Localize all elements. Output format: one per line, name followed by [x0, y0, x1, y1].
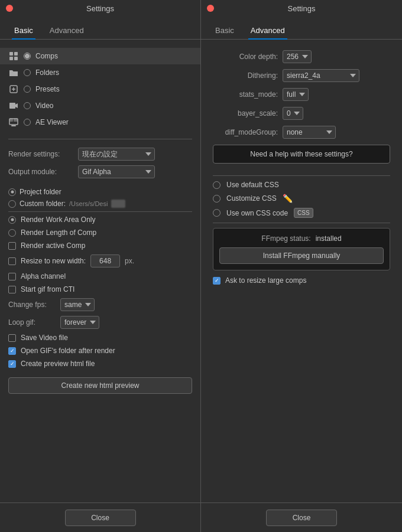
- active-comp-checkbox[interactable]: [8, 242, 16, 250]
- save-video-checkbox[interactable]: [8, 334, 16, 342]
- nav-presets-label: Presets: [35, 85, 60, 93]
- left-title-bar: Settings: [0, 0, 201, 17]
- left-tabs: Basic Advanced: [0, 17, 200, 40]
- color-depth-select[interactable]: 256: [283, 50, 312, 63]
- nav-item-presets[interactable]: Presets: [0, 81, 200, 97]
- dithering-row: Dithering: sierra2_4a: [213, 69, 390, 82]
- edit-css-icon[interactable]: ✏️: [283, 194, 293, 203]
- stats-mode-select[interactable]: full: [283, 88, 309, 101]
- right-title-bar: Settings: [201, 0, 402, 17]
- own-css-row: Use own CSS code CSS: [213, 208, 390, 218]
- alpha-channel-label: Alpha channel: [21, 272, 66, 280]
- svg-rect-7: [9, 118, 13, 122]
- traffic-light-right[interactable]: [207, 5, 214, 12]
- length-comp-radio[interactable]: [8, 229, 16, 237]
- project-folder-label: Project folder: [20, 188, 61, 196]
- ae-viewer-radio[interactable]: [24, 119, 31, 126]
- left-panel: Basic Advanced Comps: [0, 17, 201, 502]
- work-area-row: Render Work Area Only: [0, 216, 200, 224]
- loop-gif-label: Loop gif:: [8, 318, 56, 327]
- loop-gif-row: Loop gif: forever: [0, 316, 200, 329]
- diff-mode-select[interactable]: none: [283, 126, 336, 139]
- length-comp-row: Render Length of Comp: [0, 229, 200, 237]
- presets-icon: [8, 84, 19, 94]
- nav-ae-viewer-label: AE Viewer: [35, 118, 69, 126]
- ask-resize-row: Ask to resize large comps: [213, 276, 390, 285]
- customize-css-label: Customize CSS: [226, 194, 277, 203]
- change-fps-label: Change fps:: [8, 301, 56, 309]
- nav-item-ae-viewer[interactable]: AE Viewer: [0, 114, 200, 130]
- right-tabs: Basic Advanced: [201, 17, 402, 40]
- dithering-select[interactable]: sierra2_4a: [283, 69, 359, 82]
- custom-folder-radio[interactable]: [8, 200, 16, 208]
- dithering-label: Dithering:: [213, 71, 278, 80]
- ffmpeg-status-label: FFmpeg status:: [261, 234, 310, 243]
- right-scroll-area: Color depth: 256 Dithering: sierra2_4a s…: [201, 45, 402, 502]
- project-folder-radio[interactable]: [8, 188, 16, 196]
- resize-row: Resize to new width: px.: [0, 254, 200, 267]
- stats-mode-row: stats_mode: full: [213, 88, 390, 101]
- svg-rect-9: [11, 125, 16, 126]
- create-preview-button[interactable]: Create new html preview: [8, 377, 192, 394]
- own-css-label: Use own CSS code: [226, 209, 288, 217]
- folders-radio[interactable]: [24, 69, 31, 76]
- work-area-radio[interactable]: [8, 216, 16, 224]
- close-button-right[interactable]: Close: [266, 510, 337, 526]
- color-depth-label: Color depth:: [213, 53, 278, 61]
- tab-basic-right[interactable]: Basic: [213, 22, 236, 40]
- presets-radio[interactable]: [24, 86, 31, 93]
- folder-path-blur: [111, 200, 125, 208]
- resize-label: Resize to new width:: [21, 257, 86, 265]
- tab-advanced-left[interactable]: Advanced: [47, 22, 86, 40]
- start-gif-checkbox[interactable]: [8, 286, 16, 293]
- nav-item-video[interactable]: Video: [0, 97, 200, 114]
- alpha-channel-checkbox[interactable]: [8, 273, 16, 280]
- customize-css-radio[interactable]: [213, 195, 221, 203]
- open-gif-label: Open GIF's folder after render: [21, 347, 115, 355]
- close-button-left[interactable]: Close: [65, 510, 136, 526]
- bayer-scale-select[interactable]: 0: [283, 107, 303, 120]
- ask-resize-checkbox[interactable]: [213, 277, 221, 285]
- svg-rect-3: [14, 57, 18, 60]
- own-css-radio[interactable]: [213, 209, 221, 217]
- px-label: px.: [125, 257, 134, 265]
- output-module-select[interactable]: Gif Alpha: [78, 165, 155, 178]
- right-form: Color depth: 256 Dithering: sierra2_4a s…: [201, 45, 402, 294]
- resize-checkbox[interactable]: [8, 257, 16, 265]
- alpha-channel-row: Alpha channel: [0, 272, 200, 280]
- default-css-radio[interactable]: [213, 181, 221, 189]
- default-css-row: Use default CSS: [213, 181, 390, 189]
- save-video-label: Save Video file: [21, 334, 68, 342]
- video-icon: [8, 100, 19, 111]
- diff-mode-row: diff_modeGroup: none: [213, 126, 390, 139]
- diff-mode-label: diff_modeGroup:: [213, 128, 278, 136]
- right-panel: Basic Advanced Color depth: 256 Ditherin…: [201, 17, 402, 502]
- open-gif-checkbox[interactable]: [8, 347, 16, 355]
- tab-advanced-right[interactable]: Advanced: [248, 22, 287, 40]
- loop-gif-select[interactable]: forever: [60, 316, 99, 329]
- help-settings-button[interactable]: Need a help with these settings?: [213, 145, 390, 164]
- change-fps-select[interactable]: same: [60, 298, 95, 311]
- render-settings-select[interactable]: 現在の設定: [78, 148, 155, 161]
- folder-divider: [8, 211, 192, 212]
- nav-item-folders[interactable]: Folders: [0, 64, 200, 81]
- main-content: Basic Advanced Comps: [0, 17, 402, 502]
- length-comp-label: Render Length of Comp: [21, 229, 96, 237]
- create-preview-checkbox[interactable]: [8, 360, 16, 368]
- comps-icon: [8, 51, 19, 61]
- nav-item-comps[interactable]: Comps: [0, 48, 200, 64]
- ffmpeg-status-value: installed: [316, 234, 342, 243]
- default-css-label: Use default CSS: [226, 181, 279, 189]
- tab-basic-left[interactable]: Basic: [12, 22, 35, 40]
- title-bar-row: Settings Settings: [0, 0, 402, 17]
- color-depth-row: Color depth: 256: [213, 50, 390, 63]
- start-gif-label: Start gif from CTI: [21, 285, 74, 293]
- resize-input[interactable]: [90, 254, 120, 267]
- install-ffmpeg-button[interactable]: Install FFmpeg manually: [219, 247, 384, 264]
- nav-folders-label: Folders: [35, 68, 59, 77]
- svg-rect-8: [14, 118, 18, 122]
- video-radio[interactable]: [24, 102, 31, 109]
- traffic-light-left[interactable]: [6, 5, 13, 12]
- comps-radio[interactable]: [24, 53, 31, 60]
- nav-section: Comps Folders: [0, 45, 200, 135]
